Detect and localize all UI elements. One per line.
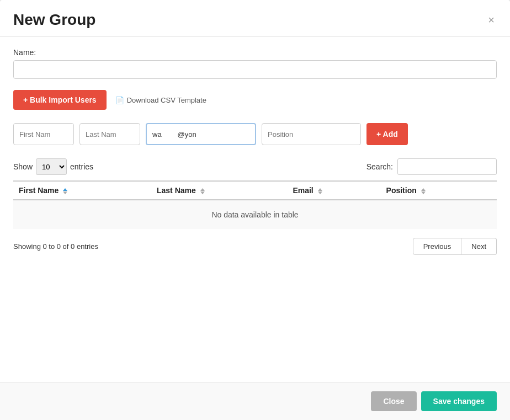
table-controls: Show 10 25 50 100 entries Search: [13, 158, 497, 175]
previous-button[interactable]: Previous [413, 238, 462, 255]
col-firstname-label: First Name [19, 186, 59, 195]
save-button[interactable]: Save changes [421, 391, 497, 411]
col-email-label: Email [293, 186, 313, 195]
no-data-row: No data available in table [13, 200, 497, 229]
email-input[interactable] [146, 123, 256, 145]
file-icon: 📄 [115, 96, 124, 104]
modal-close-button[interactable]: × [486, 14, 497, 25]
col-firstname[interactable]: First Name [13, 181, 151, 200]
sort-email-icon [318, 188, 322, 194]
bulk-import-button[interactable]: + Bulk Import Users [13, 90, 107, 110]
modal-body: Name: + Bulk Import Users 📄 Download CSV… [0, 37, 510, 382]
download-csv-label: Download CSV Template [127, 96, 206, 104]
close-button[interactable]: Close [371, 391, 416, 411]
show-entries-control: Show 10 25 50 100 entries [13, 158, 93, 175]
first-name-input[interactable] [13, 123, 74, 145]
last-name-input[interactable] [79, 123, 140, 145]
table-footer: Showing 0 to 0 of 0 entries Previous Nex… [13, 235, 497, 255]
modal: New Group × Name: + Bulk Import Users 📄 … [0, 0, 510, 420]
action-row: + Bulk Import Users 📄 Download CSV Templ… [13, 90, 497, 110]
modal-header: New Group × [0, 0, 510, 37]
pagination: Previous Next [413, 238, 497, 255]
next-button[interactable]: Next [461, 238, 497, 255]
add-user-row: + Add [13, 123, 497, 145]
sort-lastname-icon [200, 188, 205, 194]
users-table: First Name Last Name [13, 180, 497, 229]
sort-firstname-icon [63, 188, 67, 194]
name-input[interactable] [13, 60, 497, 79]
no-data-cell: No data available in table [13, 200, 497, 229]
col-email[interactable]: Email [287, 181, 380, 200]
table-header: First Name Last Name [13, 181, 497, 200]
search-input[interactable] [397, 158, 497, 175]
col-position[interactable]: Position [381, 181, 497, 200]
name-label: Name: [13, 48, 497, 57]
col-lastname[interactable]: Last Name [151, 181, 287, 200]
entries-per-page-select[interactable]: 10 25 50 100 [36, 158, 67, 175]
search-label: Search: [366, 162, 393, 171]
download-csv-link[interactable]: 📄 Download CSV Template [115, 96, 206, 104]
add-user-button[interactable]: + Add [366, 123, 408, 145]
show-label: Show [13, 162, 33, 171]
col-lastname-label: Last Name [157, 186, 196, 195]
table-body: No data available in table [13, 200, 497, 229]
showing-info: Showing 0 to 0 of 0 entries [13, 242, 98, 251]
entries-label: entries [70, 162, 93, 171]
modal-title: New Group [13, 11, 95, 29]
position-input[interactable] [262, 123, 361, 145]
modal-footer: Close Save changes [0, 382, 510, 420]
col-position-label: Position [386, 186, 417, 195]
search-area: Search: [366, 158, 497, 175]
sort-position-icon [421, 188, 426, 194]
